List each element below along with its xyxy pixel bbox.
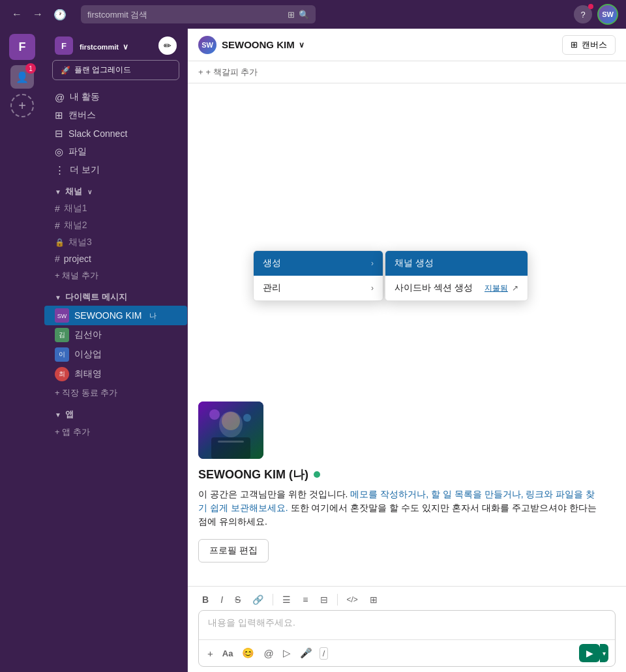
channel-item-3[interactable]: 🔒 채널3 (44, 234, 187, 251)
create-label: 생성 (263, 257, 281, 269)
add-bookmark-label: + 책갈피 추가 (206, 66, 258, 78)
external-link-icon: ↗ (512, 284, 518, 293)
create-channel-label: 채널 생성 (395, 257, 434, 269)
add-colleague-button[interactable]: + 직장 동료 추가 (44, 384, 187, 402)
dm-item-choitaeyoung[interactable]: 최 최태영 (44, 364, 187, 384)
paid-badge[interactable]: 지불됨 (484, 283, 508, 294)
history-button[interactable]: 🕐 (50, 6, 70, 23)
channel-title-text: SEWOONG KIM (222, 39, 295, 50)
italic-button[interactable]: I (216, 592, 227, 607)
send-button[interactable]: ▶ (579, 644, 600, 662)
slash-button[interactable]: / (320, 647, 329, 660)
dm-avatar-leesangup: 이 (55, 347, 69, 362)
messages-area: SEWOONG KIM (나) 이 공간은 고객님만을 위한 것입니다. 메모를… (188, 83, 626, 586)
code-button[interactable]: </> (343, 592, 362, 607)
slack-connect-icon: ⊟ (55, 128, 63, 139)
menu-item-manage[interactable]: 관리 › (254, 276, 383, 300)
bold-button[interactable]: B (198, 592, 213, 607)
filter-icon[interactable]: ⊞ (288, 10, 295, 20)
profile-avatar-svg (198, 402, 263, 459)
edit-profile-button[interactable]: 프로필 편집 (198, 539, 269, 562)
files-label: 파일 (68, 146, 87, 158)
sidebar-item-canvas[interactable]: ⊞ 캔버스 (44, 106, 187, 124)
nav-controls: ← → 🕐 (8, 6, 70, 23)
workspace-arrow: ∨ (123, 42, 128, 51)
font-button[interactable]: Aa (220, 647, 235, 660)
main-content: SW SEWOONG KIM ∨ ⊞ 캔버스 + + 책갈피 추가 (188, 29, 626, 672)
mention-button[interactable]: @ (261, 646, 275, 661)
attach-button[interactable]: + (205, 646, 215, 661)
channels-section-header[interactable]: ▼ 채널 ∨ (44, 179, 187, 200)
hash-icon: # (55, 203, 60, 214)
notifications-icon[interactable]: 👤 1 (10, 65, 34, 89)
emoji-button[interactable]: 😊 (240, 645, 256, 661)
video-button[interactable]: ▷ (281, 645, 293, 661)
channel-title-arrow: ∨ (299, 40, 305, 50)
search-input[interactable] (87, 10, 288, 20)
svg-rect-4 (211, 437, 250, 459)
submenu-item-create-channel[interactable]: 채널 생성 (385, 251, 528, 276)
channel-name-3: 채널3 (68, 237, 92, 248)
indent-button[interactable]: ⊟ (316, 592, 332, 607)
channel-item-2[interactable]: # 채널2 (44, 217, 187, 234)
help-label: ? (580, 10, 585, 20)
add-bookmark-button[interactable]: + + 책갈피 추가 (198, 66, 258, 78)
add-app-button[interactable]: + 앱 추가 (44, 423, 187, 441)
sidebar-header: F firstcommit ∨ ✏ (44, 29, 187, 60)
sidebar-item-files[interactable]: ◎ 파일 (44, 143, 187, 161)
workspace-name[interactable]: firstcommit ∨ (78, 40, 128, 51)
channel-title[interactable]: SEWOONG KIM ∨ (222, 39, 305, 50)
user-avatar[interactable]: SW (597, 4, 618, 25)
dm-item-sewoong[interactable]: SW SEWOONG KIM 나 (44, 306, 187, 325)
add-app-label: + 앱 추가 (55, 426, 90, 438)
send-dropdown-button[interactable]: ▾ (600, 644, 608, 662)
dm-section-header[interactable]: ▼ 다이렉트 메시지 (44, 285, 187, 306)
unordered-list-button[interactable]: ≡ (299, 592, 312, 607)
strikethrough-button[interactable]: S (231, 592, 245, 607)
add-workspace-button[interactable]: + (10, 94, 34, 117)
back-button[interactable]: ← (8, 6, 26, 23)
search-bar[interactable]: ⊞ 🔍 (81, 5, 316, 23)
link-button[interactable]: 🔗 (248, 592, 267, 607)
sidebar-item-activity[interactable]: @ 내 활동 (44, 88, 187, 106)
workspace-icon[interactable]: F (9, 34, 35, 60)
more-icon: ⋮ (55, 164, 65, 176)
sidebar-item-more[interactable]: ⋮ 더 보기 (44, 161, 187, 179)
more-label: 더 보기 (70, 164, 100, 176)
apps-arrow: ▼ (55, 411, 61, 418)
dm-item-kimsuna[interactable]: 김 김선아 (44, 325, 187, 345)
channel-avatar: SW (198, 36, 216, 54)
more-format-button[interactable]: ⊞ (366, 592, 381, 607)
dm-avatar-sewoong: SW (55, 308, 69, 323)
channel-item-project[interactable]: # project (44, 251, 187, 267)
add-icon-symbol: + (18, 98, 26, 113)
workspace-name-text: firstcommit (80, 43, 119, 51)
search-icon[interactable]: 🔍 (299, 10, 309, 20)
profile-avatar-large (198, 402, 263, 459)
add-channel-button[interactable]: + 채널 추가 (44, 267, 187, 285)
audio-button[interactable]: 🎤 (298, 645, 314, 661)
edit-workspace-button[interactable]: ✏ (158, 37, 177, 55)
help-button[interactable]: ? (574, 5, 592, 23)
forward-button[interactable]: → (29, 6, 47, 23)
profile-name-row: SEWOONG KIM (나) (198, 467, 320, 482)
toolbar-separator-2 (337, 594, 338, 606)
hash-icon-project: # (55, 254, 60, 264)
svg-point-5 (222, 412, 240, 430)
menu-item-create[interactable]: 생성 › (254, 251, 383, 276)
sidebar-item-slack-connect[interactable]: ⊟ Slack Connect (44, 124, 187, 143)
secondary-menu: 채널 생성 사이드바 섹션 생성 지불됨 ↗ (385, 250, 528, 301)
notification-icon-symbol: 👤 (16, 71, 29, 83)
highlight-text: 메모를 작성하거나, 할 일 목록을 만들거나, 링크와 파일을 찾기 쉽게 보… (198, 489, 595, 513)
channel-item-1[interactable]: # 채널1 (44, 200, 187, 217)
profile-name: SEWOONG KIM (나) (198, 467, 308, 482)
canvas-button[interactable]: ⊞ 캔버스 (562, 35, 616, 55)
canvas-icon: ⊞ (55, 110, 63, 121)
primary-menu: 생성 › 관리 › (253, 250, 383, 301)
submenu-item-create-sidebar[interactable]: 사이드바 섹션 생성 지불됨 ↗ (385, 276, 528, 300)
upgrade-button[interactable]: 🚀 플랜 업그레이드 (52, 60, 179, 80)
apps-section-header[interactable]: ▼ 앱 (44, 402, 187, 423)
dm-item-leesangup[interactable]: 이 이상업 (44, 345, 187, 364)
ordered-list-button[interactable]: ☰ (278, 592, 295, 607)
message-input-area: 내용을 입력해주세요. + Aa 😊 @ ▷ 🎤 / ▶ ▾ (198, 610, 616, 667)
